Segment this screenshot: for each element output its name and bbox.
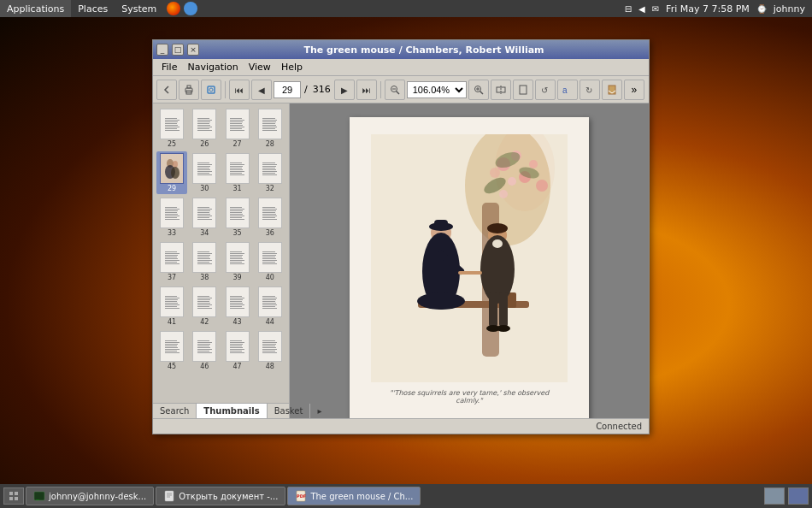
thumbnail-page-48[interactable]: 48 xyxy=(255,329,285,372)
thumbnail-page-47[interactable]: 47 xyxy=(222,329,253,372)
toolbar-prev-page-button[interactable]: ◀ xyxy=(251,80,272,100)
toolbar-save-button[interactable] xyxy=(201,80,221,100)
taskbar-resize-2[interactable] xyxy=(788,487,809,505)
thumbnail-page-30[interactable]: 30 xyxy=(189,151,220,194)
app-window: _ □ × The green mouse / Chambers, Robert… xyxy=(152,39,650,434)
thumbnail-page-31[interactable]: 31 xyxy=(222,151,253,194)
menu-help[interactable]: Help xyxy=(276,59,308,75)
thumbnail-page-46[interactable]: 46 xyxy=(189,329,220,372)
thumbnail-page-26[interactable]: 26 xyxy=(189,107,220,150)
thumbnail-page-39[interactable]: 39 xyxy=(222,240,253,283)
window-menubar: File Navigation View Help xyxy=(153,59,649,76)
help-icon[interactable] xyxy=(184,2,197,15)
svg-text:▶: ▶ xyxy=(341,86,348,95)
svg-point-40 xyxy=(499,190,508,198)
svg-rect-49 xyxy=(434,220,448,230)
toolbar: ⏮ ◀ / 316 ▶ ⏭ 106.04%75%100%125%150%200% xyxy=(153,76,649,103)
tab-thumbnails[interactable]: Thumbnails xyxy=(197,404,267,418)
toolbar-fit-page-button[interactable] xyxy=(513,80,533,100)
taskbar-label-document: Открыть документ -... xyxy=(179,492,278,501)
toolbar-rotate-button[interactable]: ↺ xyxy=(535,80,556,100)
svg-text:⏭: ⏭ xyxy=(362,86,371,95)
thumbnail-page-27[interactable]: 27 xyxy=(222,107,253,150)
toolbar-reload-button[interactable]: ↻ xyxy=(580,80,600,100)
taskbar-item-pdf[interactable]: PDF The green mouse / Ch... xyxy=(287,487,421,505)
thumbnail-scroll[interactable]: 2526272829303132333435363738394041424344… xyxy=(153,103,289,403)
svg-point-60 xyxy=(497,325,510,332)
top-menubar: Applications Places System ⊟ ◀ ✉ Fri May… xyxy=(0,0,812,17)
thumbnail-page-29[interactable]: 29 xyxy=(156,151,187,194)
taskbar: _ johnny@johnny-desk... Открыть документ… xyxy=(0,484,812,508)
toolbar-bookmark-button[interactable] xyxy=(602,80,622,100)
thumbnail-page-45[interactable]: 45 xyxy=(156,329,187,372)
toolbar-first-page-button[interactable]: ⏮ xyxy=(229,80,250,100)
toolbar-fit-width-button[interactable] xyxy=(491,80,511,100)
window-title: The green mouse / Chambers, Robert Willi… xyxy=(203,44,645,56)
toolbar-zoom-out-button[interactable] xyxy=(385,80,405,100)
datetime: Fri May 7 7:58 PM xyxy=(666,3,750,15)
window-minimize-button[interactable]: _ xyxy=(156,44,168,56)
sidebar-tabs: Search Thumbnails Basket ▸ xyxy=(153,403,289,418)
total-pages: 316 xyxy=(311,84,332,95)
menu-applications[interactable]: Applications xyxy=(0,0,71,17)
taskbar-show-desktop[interactable] xyxy=(3,487,24,505)
svg-line-10 xyxy=(396,91,399,94)
thumbnail-page-34[interactable]: 34 xyxy=(189,196,220,239)
tab-more[interactable]: ▸ xyxy=(310,404,328,418)
thumbnail-page-44[interactable]: 44 xyxy=(255,285,285,328)
svg-rect-57 xyxy=(489,292,497,327)
menu-system[interactable]: System xyxy=(115,0,163,17)
document-page: "'Those squirrels are very tame,' she ob… xyxy=(350,117,589,418)
window-close-button[interactable]: × xyxy=(187,44,199,56)
svg-point-52 xyxy=(417,292,465,310)
svg-point-4 xyxy=(209,88,213,92)
thumbnail-page-40[interactable]: 40 xyxy=(255,240,285,283)
taskbar-resize-1[interactable] xyxy=(764,487,785,505)
svg-rect-68 xyxy=(165,491,174,501)
toolbar-more-button[interactable]: » xyxy=(624,80,644,100)
toolbar-find-button[interactable]: a xyxy=(557,80,578,100)
toolbar-zoom-in-button[interactable] xyxy=(468,80,489,100)
taskbar-item-terminal[interactable]: _ johnny@johnny-desk... xyxy=(26,487,154,505)
menu-view[interactable]: View xyxy=(244,59,276,75)
thumbnail-grid: 2526272829303132333435363738394041424344… xyxy=(156,107,285,372)
sidebar-panel: 2526272829303132333435363738394041424344… xyxy=(153,103,290,418)
document-view[interactable]: "'Those squirrels are very tame,' she ob… xyxy=(290,103,649,418)
taskbar-label-terminal: johnny@johnny-desk... xyxy=(49,492,146,501)
tab-search[interactable]: Search xyxy=(153,404,197,418)
thumbnail-page-35[interactable]: 35 xyxy=(222,196,253,239)
svg-point-36 xyxy=(508,177,516,186)
taskbar-item-document[interactable]: Открыть документ -... xyxy=(156,487,285,505)
tab-basket[interactable]: Basket xyxy=(268,404,311,418)
status-bar: Connected xyxy=(153,418,649,434)
firefox-icon[interactable] xyxy=(167,2,180,15)
thumbnail-page-28[interactable]: 28 xyxy=(255,107,285,150)
menu-places[interactable]: Places xyxy=(71,0,115,17)
window-titlebar: _ □ × The green mouse / Chambers, Robert… xyxy=(153,40,649,59)
svg-text:↻: ↻ xyxy=(585,86,592,95)
svg-point-54 xyxy=(487,223,508,233)
connection-status: Connected xyxy=(596,422,642,431)
svg-rect-46 xyxy=(508,292,516,308)
thumbnail-page-38[interactable]: 38 xyxy=(189,240,220,283)
thumbnail-page-36[interactable]: 36 xyxy=(255,196,285,239)
thumbnail-page-42[interactable]: 42 xyxy=(189,285,220,328)
menu-file[interactable]: File xyxy=(156,59,182,75)
toolbar-print-button[interactable] xyxy=(179,80,199,100)
thumbnail-page-32[interactable]: 32 xyxy=(255,151,285,194)
thumbnail-page-25[interactable]: 25 xyxy=(156,107,187,150)
zoom-select[interactable]: 106.04%75%100%125%150%200% xyxy=(407,81,467,98)
thumbnail-page-41[interactable]: 41 xyxy=(156,285,187,328)
svg-text:◀: ◀ xyxy=(258,86,265,95)
svg-rect-1 xyxy=(187,86,191,88)
toolbar-next-page-button[interactable]: ▶ xyxy=(334,80,355,100)
thumbnail-page-33[interactable]: 33 xyxy=(156,196,187,239)
page-number-input[interactable] xyxy=(274,81,301,98)
svg-text:a: a xyxy=(562,86,568,95)
thumbnail-page-43[interactable]: 43 xyxy=(222,285,253,328)
menu-navigation[interactable]: Navigation xyxy=(182,59,243,75)
window-maximize-button[interactable]: □ xyxy=(172,44,184,56)
thumbnail-page-37[interactable]: 37 xyxy=(156,240,187,283)
toolbar-back-button[interactable] xyxy=(156,80,177,100)
toolbar-last-page-button[interactable]: ⏭ xyxy=(356,80,377,100)
